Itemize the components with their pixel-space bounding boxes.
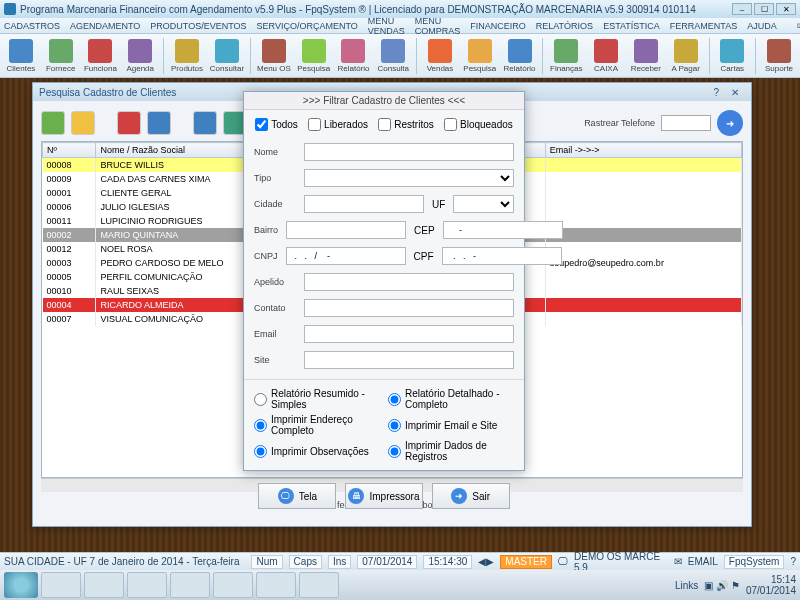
label-apelido: Apelido [254, 277, 296, 287]
status-date: 07/01/2014 [357, 555, 417, 569]
label-bairro: Bairro [254, 225, 278, 235]
toolbar-produtos[interactable]: Produtos [170, 39, 204, 73]
toolbar-consulta[interactable]: Consulta [376, 39, 410, 73]
taskbar: Links ▣ 🔊 ⚑ 15:14 07/01/2014 [0, 570, 800, 600]
toolbar-pesquisa[interactable]: Pesquisa [463, 39, 497, 73]
opt-email-site[interactable]: Imprimir Email e Site [388, 414, 514, 436]
toolbar-receber[interactable]: Receber [629, 39, 663, 73]
toolbar-consultar[interactable]: Consultar [210, 39, 244, 73]
window-help-button[interactable]: ? [707, 87, 725, 98]
delete-button[interactable] [117, 111, 141, 135]
status-bar: SUA CIDADE - UF 7 de Janeiro de 2014 - T… [0, 552, 800, 570]
select-tipo[interactable] [304, 169, 514, 187]
toolbar-funciona[interactable]: Funciona [84, 39, 118, 73]
label-tipo: Tipo [254, 173, 296, 183]
toolbar-menu os[interactable]: Menu OS [257, 39, 291, 73]
toolbar-agenda[interactable]: Agenda [123, 39, 157, 73]
status-monitor-icon: 🖵 [558, 556, 568, 567]
status-num: Num [251, 555, 282, 569]
taskbar-item-7[interactable] [299, 572, 339, 598]
label-cidade: Cidade [254, 199, 296, 209]
input-cep[interactable] [443, 221, 563, 239]
chk-bloqueados[interactable]: Bloqueados [444, 118, 513, 131]
input-contato[interactable] [304, 299, 514, 317]
col-header[interactable]: Nº [43, 143, 96, 158]
label-cpf: CPF [414, 251, 434, 262]
menu-cadastros[interactable]: CADASTROS [4, 21, 60, 31]
print-button[interactable] [147, 111, 171, 135]
maximize-button[interactable]: ☐ [754, 3, 774, 15]
opt-endereco[interactable]: Imprimir Endereço Completo [254, 414, 380, 436]
start-button[interactable] [4, 572, 38, 598]
tool-1-button[interactable] [193, 111, 217, 135]
go-button[interactable]: ➜ [717, 110, 743, 136]
input-cidade[interactable] [304, 195, 424, 213]
menu-relatorios[interactable]: RELATÓRIOS [536, 21, 593, 31]
input-cnpj[interactable] [286, 247, 406, 265]
toolbar-suporte[interactable]: Suporte [762, 39, 796, 73]
status-nav-icon[interactable]: ◀▶ [478, 556, 494, 567]
toolbar-pesquisa[interactable]: Pesquisa [297, 39, 331, 73]
tray-links[interactable]: Links [675, 580, 698, 591]
input-nome[interactable] [304, 143, 514, 161]
taskbar-item-5[interactable] [213, 572, 253, 598]
status-email-icon[interactable]: ✉ [674, 556, 682, 567]
input-apelido[interactable] [304, 273, 514, 291]
label-cnpj: CNPJ [254, 251, 278, 261]
toolbar-vendas[interactable]: Vendas [423, 39, 457, 73]
tray-icons[interactable]: ▣ 🔊 ⚑ [704, 580, 740, 591]
btn-impressora[interactable]: 🖶Impressora [345, 483, 423, 509]
opt-resumido[interactable]: Relatório Resumido - Simples [254, 388, 380, 410]
toolbar-relatório[interactable]: Relatório [503, 39, 537, 73]
tray-time: 15:14 [746, 574, 796, 585]
status-caps: Caps [289, 555, 322, 569]
taskbar-item-3[interactable] [127, 572, 167, 598]
toolbar-clientes[interactable]: Clientes [4, 39, 38, 73]
taskbar-item-1[interactable] [41, 572, 81, 598]
taskbar-item-6[interactable] [256, 572, 296, 598]
add-button[interactable] [41, 111, 65, 135]
menu-servico[interactable]: SERVIÇO/ORÇAMENTO [257, 21, 358, 31]
status-help-button[interactable]: ? [790, 556, 796, 567]
btn-tela[interactable]: 🖵Tela [258, 483, 336, 509]
menu-vendas[interactable]: MENU VENDAS [368, 16, 405, 36]
input-bairro[interactable] [286, 221, 406, 239]
menu-ferramentas[interactable]: FERRAMENTAS [670, 21, 737, 31]
menu-compras[interactable]: MENU COMPRAS [415, 16, 461, 36]
input-cpf[interactable] [442, 247, 562, 265]
toolbar-cartas[interactable]: Cartas [715, 39, 749, 73]
select-uf[interactable] [453, 195, 514, 213]
toolbar-relatório[interactable]: Relatório [337, 39, 371, 73]
toolbar-a pagar[interactable]: A Pagar [669, 39, 703, 73]
input-email[interactable] [304, 325, 514, 343]
toolbar-finanças[interactable]: Finanças [549, 39, 583, 73]
chk-restritos[interactable]: Restritos [378, 118, 433, 131]
titlebar-text: Programa Marcenaria Financeiro com Agend… [20, 4, 732, 15]
toolbar-caixa[interactable]: CAIXA [589, 39, 623, 73]
window-close-button[interactable]: ✕ [725, 87, 745, 98]
label-cep: CEP [414, 225, 435, 236]
track-phone-label: Rastrear Telefone [584, 118, 655, 128]
input-site[interactable] [304, 351, 514, 369]
label-uf: UF [432, 199, 445, 210]
menu-produtos[interactable]: PRODUTOS/EVENTOS [150, 21, 246, 31]
menu-agendamento[interactable]: AGENDAMENTO [70, 21, 140, 31]
status-time: 15:14:30 [423, 555, 472, 569]
opt-detalhado[interactable]: Relatório Detalhado - Completo [388, 388, 514, 410]
close-button[interactable]: ✕ [776, 3, 796, 15]
minimize-button[interactable]: – [732, 3, 752, 15]
chk-todos[interactable]: Todos [255, 118, 298, 131]
menu-ajuda[interactable]: AJUDA [747, 21, 777, 31]
chk-liberados[interactable]: Liberados [308, 118, 368, 131]
menu-estatistica[interactable]: ESTATÍSTICA [603, 21, 660, 31]
taskbar-item-4[interactable] [170, 572, 210, 598]
taskbar-item-2[interactable] [84, 572, 124, 598]
opt-registros[interactable]: Imprimir Dados de Registros [388, 440, 514, 462]
col-header[interactable]: Email ->->-> [545, 143, 741, 158]
btn-sair[interactable]: ➜Sair [432, 483, 510, 509]
toolbar-fornece[interactable]: Fornece [44, 39, 78, 73]
opt-observacoes[interactable]: Imprimir Observações [254, 440, 380, 462]
track-phone-input[interactable] [661, 115, 711, 131]
menu-financeiro[interactable]: FINANCEIRO [470, 21, 526, 31]
edit-button[interactable] [71, 111, 95, 135]
